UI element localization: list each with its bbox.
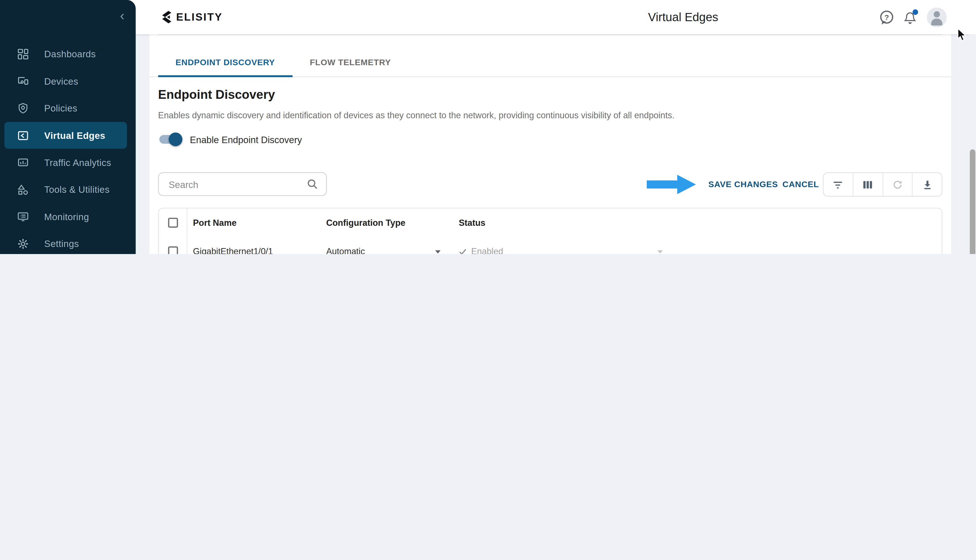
- elisity-logo-icon: [161, 10, 172, 23]
- virtual-edges-icon: [18, 130, 29, 141]
- sidebar-item-label: Monitoring: [44, 212, 89, 222]
- configuration-type-value: Automatic: [326, 247, 365, 254]
- page-scrollbar-thumb[interactable]: [970, 149, 976, 254]
- cancel-button[interactable]: CANCEL: [782, 172, 819, 196]
- sidebar-item-settings[interactable]: Settings: [4, 230, 127, 254]
- column-header-status[interactable]: Status: [459, 218, 667, 228]
- configuration-type-select[interactable]: Automatic: [326, 247, 459, 254]
- filter-icon: [833, 179, 844, 190]
- notifications-button[interactable]: [903, 10, 917, 24]
- check-icon: [459, 248, 467, 254]
- sidebar-item-devices[interactable]: Devices: [4, 67, 127, 95]
- status-select[interactable]: Enabled: [459, 247, 667, 254]
- row-checkbox[interactable]: [159, 237, 187, 254]
- columns-icon: [862, 179, 874, 190]
- top-bar: ELISITY Virtual Edges ?: [131, 0, 976, 34]
- select-all-checkbox[interactable]: [159, 208, 187, 237]
- table-toolbar: SAVE CHANGES CANCEL: [158, 172, 943, 197]
- sidebar-item-dashboards[interactable]: Dashboards: [4, 40, 127, 67]
- sidebar-item-label: Tools & Utilities: [44, 184, 110, 195]
- dashboards-icon: [18, 48, 29, 60]
- sidebar-item-traffic-analytics[interactable]: Traffic Analytics: [4, 149, 127, 176]
- download-button[interactable]: [913, 173, 942, 196]
- monitoring-icon: [18, 211, 29, 222]
- devices-icon: [18, 76, 29, 87]
- endpoint-discovery-toggle[interactable]: [158, 132, 180, 146]
- sidebar-item-label: Policies: [44, 103, 77, 113]
- section-title: Endpoint Discovery: [158, 88, 275, 102]
- sidebar-nav: Dashboards Devices Policies: [0, 40, 135, 254]
- search-icon: [306, 178, 319, 190]
- tab-bar: ENDPOINT DISCOVERY FLOW TELEMETRY: [149, 34, 951, 77]
- column-header-port-name[interactable]: Port Name: [187, 218, 326, 228]
- dropdown-arrow-icon: [657, 249, 663, 253]
- virtual-edge-detail-panel: ENDPOINT DISCOVERY FLOW TELEMETRY Endpoi…: [149, 34, 951, 254]
- download-icon: [921, 179, 933, 190]
- toggle-thumb: [169, 132, 182, 146]
- checkbox-icon: [168, 218, 178, 228]
- sidebar-item-label: Virtual Edges: [44, 130, 105, 140]
- tab-endpoint-discovery[interactable]: ENDPOINT DISCOVERY: [158, 35, 293, 77]
- columns-button[interactable]: [853, 173, 883, 196]
- policies-shield-icon: [18, 103, 29, 114]
- port-name-cell: GigabitEthernet1/0/1: [187, 247, 326, 254]
- traffic-analytics-icon: [18, 157, 29, 168]
- mouse-cursor: [958, 28, 968, 42]
- sidebar-item-monitoring[interactable]: Monitoring: [4, 203, 127, 230]
- settings-gear-icon: [18, 238, 29, 250]
- tab-flow-telemetry[interactable]: FLOW TELEMETRY: [292, 35, 408, 77]
- column-header-configuration-type[interactable]: Configuration Type: [326, 218, 459, 228]
- page-title: Virtual Edges: [504, 10, 862, 24]
- sidebar: ‹ Dashboards Devices: [0, 0, 135, 254]
- refresh-icon: [892, 179, 903, 190]
- app-window: ELISITY Virtual Edges ? ‹ Dash: [0, 0, 976, 254]
- table-body: GigabitEthernet1/0/1 Automatic Enabled G…: [159, 237, 942, 254]
- ports-table: Port Name Configuration Type Status Giga…: [158, 208, 943, 254]
- checkbox-icon: [168, 247, 178, 254]
- search-box: [158, 172, 327, 196]
- refresh-button[interactable]: [883, 173, 913, 196]
- table-actions-group: [823, 172, 943, 197]
- search-input[interactable]: [167, 178, 306, 190]
- sidebar-collapse-button[interactable]: ‹: [120, 9, 125, 22]
- user-avatar[interactable]: [927, 7, 947, 27]
- elisity-logo-text: ELISITY: [176, 11, 223, 23]
- sidebar-item-label: Traffic Analytics: [44, 157, 111, 168]
- sidebar-item-virtual-edges[interactable]: Virtual Edges: [4, 122, 127, 149]
- filter-button[interactable]: [824, 173, 853, 196]
- save-changes-pointer-arrow: [647, 175, 696, 194]
- table-row: GigabitEthernet1/0/1 Automatic Enabled: [159, 237, 942, 254]
- section-description: Enables dynamic discovery and identifica…: [158, 110, 674, 120]
- sidebar-item-policies[interactable]: Policies: [4, 95, 127, 122]
- table-header-row: Port Name Configuration Type Status: [159, 208, 942, 237]
- sidebar-item-label: Devices: [44, 76, 78, 87]
- save-changes-button[interactable]: SAVE CHANGES: [708, 172, 778, 196]
- toggle-label: Enable Endpoint Discovery: [190, 134, 302, 145]
- status-value: Enabled: [471, 247, 503, 254]
- help-icon[interactable]: ?: [880, 10, 893, 23]
- tools-utilities-icon: [18, 184, 29, 195]
- sidebar-item-tools-utilities[interactable]: Tools & Utilities: [4, 176, 127, 203]
- elisity-logo: ELISITY: [161, 10, 223, 23]
- sidebar-item-label: Settings: [44, 238, 79, 249]
- dropdown-arrow-icon: [434, 249, 441, 253]
- notification-badge: [913, 9, 918, 15]
- sidebar-item-label: Dashboards: [44, 49, 96, 59]
